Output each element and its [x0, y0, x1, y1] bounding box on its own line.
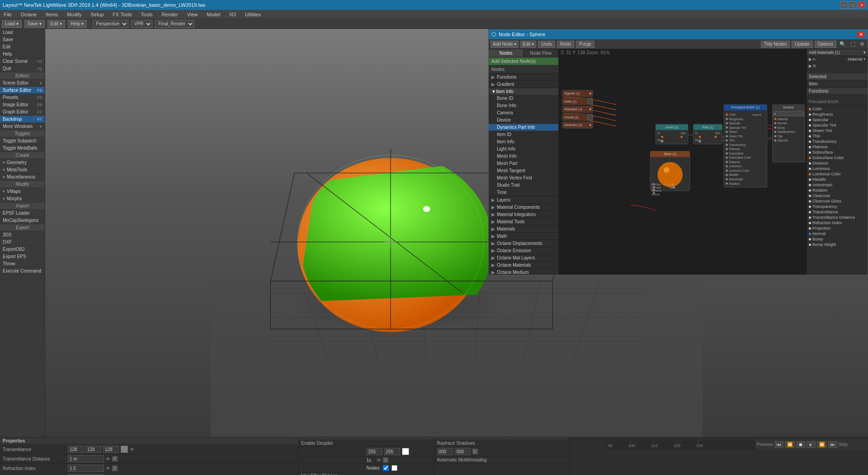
node-item-mesh-vertex-find[interactable]: Mesh Vertex Find — [489, 174, 558, 182]
node-group-math-header[interactable]: ▶Math — [489, 233, 558, 240]
raytrace-val1[interactable] — [437, 448, 453, 455]
edit-button[interactable]: Edit ▾ — [47, 20, 65, 28]
despike-color-swatch[interactable] — [402, 448, 409, 455]
transmittance-r-input[interactable] — [68, 446, 84, 453]
node-group-gradient-header[interactable]: ▶Gradient — [489, 81, 558, 88]
node-item-mesh-info[interactable]: Mesh Info — [489, 153, 558, 160]
node-group-oct-mat-header[interactable]: ▶Octane Materials — [489, 262, 558, 268]
sidebar-btn-more-windows[interactable]: More Windows▾ — [0, 123, 45, 130]
sidebar-btn-save[interactable]: Save — [0, 36, 45, 43]
refraction-index-input[interactable] — [68, 465, 104, 472]
sidebar-btn-image-editor[interactable]: Image EditorF6 — [0, 101, 45, 108]
menu-octane[interactable]: Octane — [19, 12, 38, 17]
1x-eye-icon[interactable]: 👁 — [377, 458, 381, 463]
transmittance-b-input[interactable] — [103, 446, 119, 453]
node-item-dynamics-part-info[interactable]: Dynamics Part Info — [489, 124, 558, 131]
render-preset-select[interactable]: Final_Render — [155, 20, 194, 28]
node-group-materials-header[interactable]: ▶Materials — [489, 226, 558, 232]
redo-btn[interactable]: Redo — [557, 41, 574, 48]
sidebar-btn-exportobj[interactable]: ExportOBJ — [0, 246, 45, 253]
sidebar-btn-scene-editor[interactable]: Scene Editor▾ — [0, 80, 45, 87]
sidebar-btn-graph-editor[interactable]: Graph EditorF2 — [0, 108, 45, 116]
options-btn[interactable]: Options — [815, 41, 836, 48]
node-group-mat-tools-header[interactable]: ▶Material Tools — [489, 218, 558, 225]
node-item-mesh-tangent[interactable]: Mesh Tangent — [489, 167, 558, 174]
sidebar-btn-throw[interactable]: Throw — [0, 260, 45, 268]
settings-icon-ne[interactable]: ⚙ — [859, 41, 866, 47]
menu-view[interactable]: View — [185, 12, 200, 17]
node-group-oct-med-header[interactable]: ▶Octane Medium — [489, 269, 558, 275]
1x-e-icon[interactable]: E — [383, 457, 388, 463]
nodes-checkbox2[interactable] — [392, 465, 397, 471]
transmittance-g-input[interactable] — [85, 446, 101, 453]
menu-fxtools[interactable]: FX Tools — [111, 12, 134, 17]
edit-btn[interactable]: Edit ▾ — [520, 41, 536, 48]
add-node-btn[interactable]: Add Node ▾ — [491, 41, 519, 48]
nodes-checkbox[interactable] — [383, 465, 389, 471]
node-item-time[interactable]: Time — [489, 189, 558, 196]
search-icon-ne[interactable]: 🔍 — [838, 41, 847, 47]
node-group-mat-int-header[interactable]: ▶Material Integrators — [489, 211, 558, 218]
menu-render[interactable]: Render — [160, 12, 180, 17]
purge-btn[interactable]: Purge — [576, 41, 594, 48]
node-item-item-info[interactable]: Item Info — [489, 138, 558, 146]
menu-utilities[interactable]: Utilities — [243, 12, 263, 17]
sidebar-btn-morphs[interactable]: ▾Morphs — [0, 195, 45, 202]
transmittance-dist-eye-icon[interactable]: 👁 — [106, 456, 110, 461]
node-graph[interactable]: X: 31 Y: 138 Zoom: 91% — [559, 49, 807, 275]
node-group-functions-header[interactable]: ▶Functions — [489, 74, 558, 80]
sidebar-btn-export-eps[interactable]: Export EPS — [0, 253, 45, 260]
update-btn[interactable]: Update — [792, 41, 812, 48]
maximize-icon-ne[interactable]: ⛶ — [849, 42, 857, 47]
sidebar-btn-quit[interactable]: Quit+Q — [0, 65, 45, 72]
load-button[interactable]: Load ▾ — [2, 20, 22, 28]
refraction-eye-icon[interactable]: 👁 — [106, 466, 110, 471]
sidebar-btn-3ds[interactable]: 3DS — [0, 231, 45, 239]
raytrace-val2[interactable] — [455, 448, 471, 455]
node-item-device[interactable]: Device — [489, 117, 558, 124]
sidebar-btn-epsf[interactable]: EPSF Loader — [0, 210, 45, 217]
transmittance-distance-input[interactable] — [68, 455, 104, 462]
sidebar-btn-backdrop[interactable]: BackdropF7 — [0, 116, 45, 123]
sidebar-btn-mocap[interactable]: MoCapSkelegons — [0, 217, 45, 224]
node-group-item-info-header[interactable]: ▼Item Info — [489, 88, 558, 95]
viewport-type-select[interactable]: Perspective — [93, 20, 128, 28]
raytrace-e-icon[interactable]: E — [472, 449, 478, 454]
node-item-mesh-part[interactable]: Mesh Part — [489, 160, 558, 167]
tab-nodes[interactable]: Nodes — [489, 49, 524, 57]
maximize-button[interactable]: □ — [849, 1, 856, 9]
sidebar-btn-toggle-subpatch[interactable]: Toggle Subpatch — [0, 137, 45, 145]
help-button[interactable]: Help ▾ — [68, 20, 87, 28]
sidebar-btn-edit[interactable]: Edit — [0, 43, 45, 51]
transmittance-eye-icon[interactable]: 👁 — [130, 447, 134, 452]
menu-tools[interactable]: Tools — [139, 12, 155, 17]
sidebar-btn-metatools[interactable]: ▾MetaTools — [0, 166, 45, 174]
menu-model[interactable]: Model — [205, 12, 222, 17]
sidebar-btn-toggle-metaballs[interactable]: Toggle MetaBalls — [0, 145, 45, 152]
sidebar-btn-load[interactable]: Load — [0, 29, 45, 36]
node-item-bone-id[interactable]: Bone ID — [489, 95, 558, 102]
node-group-layers-header[interactable]: ▶Layers — [489, 197, 558, 203]
sidebar-btn-geometry[interactable]: ▾Geometry — [0, 159, 45, 166]
menu-file[interactable]: File — [2, 12, 14, 17]
node-group-oct-disp-header[interactable]: ▶Octane Displacements — [489, 240, 558, 247]
sidebar-btn-execute-command[interactable]: Execute Command — [0, 268, 45, 275]
despike-g-input[interactable] — [384, 448, 400, 455]
menu-modify[interactable]: Modify — [65, 12, 83, 17]
save-button[interactable]: Save ▾ — [24, 20, 45, 28]
node-item-item-id[interactable]: Item ID — [489, 131, 558, 138]
node-item-camera[interactable]: Camera — [489, 109, 558, 117]
menu-io[interactable]: I/O — [227, 12, 238, 17]
node-item-bone-info[interactable]: Bone Info — [489, 102, 558, 109]
sidebar-btn-clear-scene[interactable]: Clear Scene +N — [0, 58, 45, 65]
node-group-mat-comp-header[interactable]: ▶Material Components — [489, 204, 558, 211]
sidebar-btn-dxf[interactable]: DXF — [0, 239, 45, 246]
despike-r-input[interactable] — [367, 448, 382, 455]
vpr-select[interactable]: VPR — [131, 20, 152, 28]
tab-node-flow[interactable]: Node Flow — [524, 49, 558, 57]
transmittance-color-swatch[interactable] — [121, 446, 128, 453]
refraction-e-icon[interactable]: E — [112, 466, 118, 471]
node-item-light-info[interactable]: Light Info — [489, 146, 558, 153]
menu-items[interactable]: Items — [44, 12, 60, 17]
transmittance-dist-e-icon[interactable]: E — [112, 456, 118, 461]
